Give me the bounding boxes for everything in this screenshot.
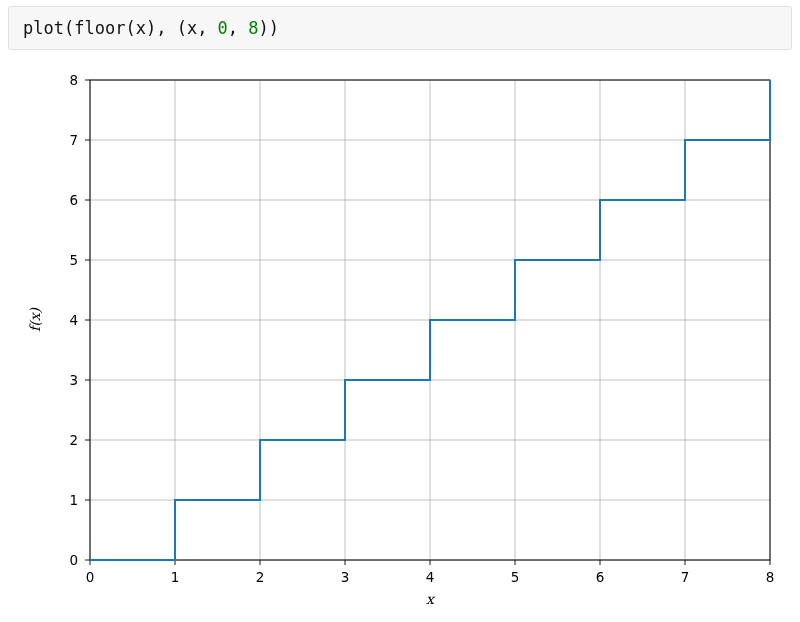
chart-svg: 012345678012345678xf(x) — [10, 60, 790, 620]
code-token-num: 0 — [218, 18, 228, 38]
code-cell: plot(floor(x), (x, 0, 8)) — [8, 6, 792, 50]
code-token-punc: , — [197, 18, 217, 38]
y-tick-label: 6 — [69, 192, 78, 208]
code-token-punc: , — [156, 18, 176, 38]
x-tick-label: 4 — [426, 569, 435, 585]
y-tick-label: 0 — [69, 552, 78, 568]
y-tick-label: 5 — [69, 252, 78, 268]
x-tick-label: 5 — [511, 569, 520, 585]
chart: 012345678012345678xf(x) — [10, 60, 790, 620]
code-token-fn: plot — [23, 18, 64, 38]
code-token-fn: floor — [74, 18, 125, 38]
y-tick-label: 2 — [69, 432, 78, 448]
x-tick-label: 8 — [766, 569, 775, 585]
y-axis-label: f(x) — [27, 307, 43, 333]
x-tick-label: 1 — [171, 569, 180, 585]
code-token-punc: ( — [177, 18, 187, 38]
y-tick-label: 7 — [69, 132, 78, 148]
x-tick-label: 2 — [256, 569, 265, 585]
y-tick-label: 4 — [69, 312, 78, 328]
y-tick-label: 1 — [69, 492, 78, 508]
y-tick-label: 8 — [69, 72, 78, 88]
x-tick-label: 6 — [596, 569, 605, 585]
x-tick-label: 3 — [341, 569, 350, 585]
x-tick-label: 7 — [681, 569, 690, 585]
y-tick-label: 3 — [69, 372, 78, 388]
x-axis-label: x — [426, 591, 436, 607]
code-token-num: 8 — [248, 18, 258, 38]
code-token-ident: x — [136, 18, 146, 38]
code-token-punc: ( — [64, 18, 74, 38]
code-token-punc: ( — [125, 18, 135, 38]
code-token-punc: , — [228, 18, 248, 38]
code-token-ident: x — [187, 18, 197, 38]
code-token-punc: ) — [259, 18, 269, 38]
code-token-punc: ) — [146, 18, 156, 38]
x-tick-label: 0 — [86, 569, 95, 585]
code-token-punc: ) — [269, 18, 279, 38]
